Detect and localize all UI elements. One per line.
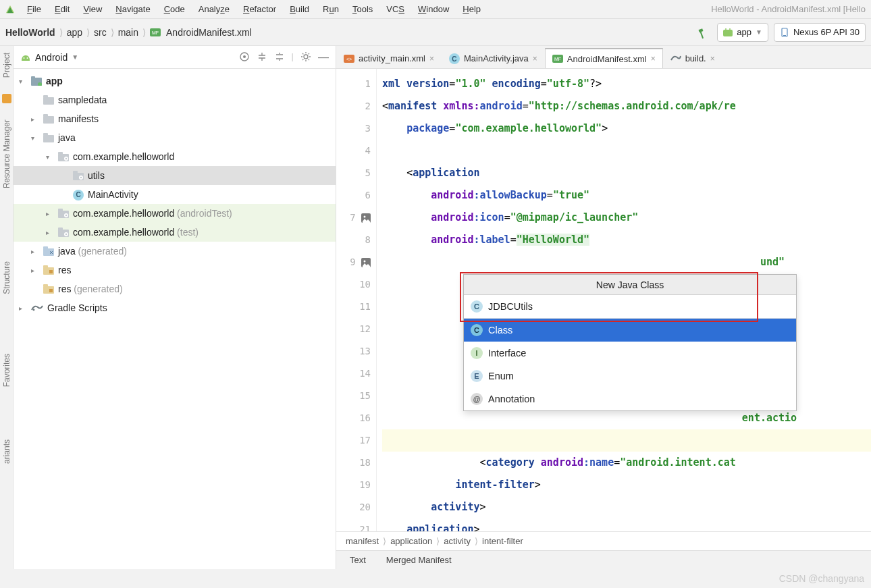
window-title: HelloWorld - AndroidManifest.xml [Hello bbox=[711, 4, 866, 14]
side-tab-structure[interactable]: Structure bbox=[2, 261, 11, 294]
menu-analyze[interactable]: Analyze bbox=[192, 4, 236, 14]
svg-rect-22 bbox=[43, 135, 54, 142]
tab-merged-manifest[interactable]: Merged Manifest bbox=[386, 555, 452, 565]
breadcrumb: HelloWorld ⟩ app ⟩ src ⟩ main ⟩ MF Andro… bbox=[5, 27, 252, 38]
tree-arrow-icon[interactable]: ▸ bbox=[31, 267, 39, 274]
menu-tools[interactable]: Tools bbox=[346, 4, 379, 14]
editor-tab[interactable]: MFAndroidManifest.xml× bbox=[545, 48, 663, 68]
crumb-activity[interactable]: activity bbox=[444, 536, 471, 546]
menu-navigate[interactable]: Navigate bbox=[109, 4, 157, 14]
tree-node[interactable]: ▸res bbox=[14, 261, 336, 279]
tree-arrow-icon[interactable]: ▸ bbox=[46, 210, 54, 217]
tree-icon bbox=[73, 171, 84, 180]
tree-arrow-icon[interactable]: ▾ bbox=[31, 134, 39, 142]
menu-edit[interactable]: Edit bbox=[48, 4, 76, 14]
tree-node[interactable]: ▸java (generated) bbox=[14, 242, 336, 261]
tree-node[interactable]: ▾com.example.helloworld bbox=[14, 147, 336, 166]
project-tree[interactable]: ▾appsampledata▸manifests▾java▾com.exampl… bbox=[14, 69, 336, 569]
tab-text[interactable]: Text bbox=[350, 555, 366, 565]
kind-option[interactable]: @Annotation bbox=[464, 387, 796, 410]
image-gutter-icon[interactable] bbox=[361, 258, 371, 267]
tab-icon: C bbox=[449, 53, 460, 64]
close-icon[interactable]: × bbox=[429, 54, 434, 63]
svg-point-31 bbox=[80, 177, 82, 179]
menu-build[interactable]: Build bbox=[283, 4, 316, 14]
side-tab-favorites[interactable]: Favorites bbox=[2, 354, 11, 387]
tree-node[interactable]: CMainActivity bbox=[14, 185, 336, 204]
tree-node[interactable]: res (generated) bbox=[14, 279, 336, 298]
breadcrumb-project[interactable]: HelloWorld bbox=[5, 27, 55, 38]
tab-icon: <> bbox=[344, 53, 354, 64]
menu-run[interactable]: Run bbox=[316, 4, 346, 14]
close-icon[interactable]: × bbox=[651, 54, 656, 63]
kind-option[interactable]: EEnum bbox=[464, 365, 796, 387]
tree-node[interactable]: ▾java bbox=[14, 128, 336, 147]
minimize-icon[interactable]: — bbox=[318, 51, 329, 63]
collapse-all-icon[interactable] bbox=[274, 51, 285, 63]
tree-node[interactable]: ▸com.example.helloworld (test) bbox=[14, 223, 336, 242]
menu-vcs[interactable]: VCS bbox=[379, 4, 411, 14]
editor-tabs: <>activity_main.xml×CMainActivity.java×M… bbox=[336, 46, 871, 69]
svg-rect-8 bbox=[783, 35, 786, 36]
tree-node[interactable]: ▸com.example.helloworld (androidTest) bbox=[14, 204, 336, 223]
tree-node[interactable]: ▸Gradle Scripts bbox=[14, 298, 336, 317]
side-tab-project[interactable]: Project bbox=[2, 53, 11, 78]
svg-text:<>: <> bbox=[346, 57, 352, 61]
caret-down-icon: ▼ bbox=[756, 28, 762, 36]
svg-point-35 bbox=[65, 215, 68, 217]
tree-arrow-icon[interactable]: ▸ bbox=[31, 115, 39, 123]
tree-arrow-icon[interactable]: ▾ bbox=[46, 153, 54, 161]
build-icon[interactable] bbox=[697, 25, 712, 40]
device-selector[interactable]: Nexus 6P API 30 bbox=[774, 23, 866, 42]
kind-icon: I bbox=[471, 347, 483, 359]
tree-icon bbox=[31, 303, 43, 313]
gear-icon[interactable] bbox=[300, 51, 311, 63]
tree-label: manifests bbox=[58, 113, 99, 124]
close-icon[interactable]: × bbox=[710, 54, 715, 63]
tree-node[interactable]: sampledata bbox=[14, 90, 336, 109]
menu-file[interactable]: File bbox=[20, 4, 48, 14]
editor-tab[interactable]: <>activity_main.xml× bbox=[336, 48, 442, 68]
tree-node[interactable]: ▾app bbox=[14, 72, 336, 90]
tree-label: java (generated) bbox=[58, 246, 127, 257]
editor-tab[interactable]: CMainActivity.java× bbox=[442, 48, 545, 68]
tree-arrow-icon[interactable]: ▸ bbox=[19, 304, 27, 312]
menu-help[interactable]: Help bbox=[456, 4, 487, 14]
run-config-selector[interactable]: app ▼ bbox=[717, 23, 768, 42]
breadcrumb-main[interactable]: main bbox=[118, 27, 138, 38]
target-icon[interactable] bbox=[239, 51, 250, 63]
project-view-select[interactable]: Android▼ bbox=[35, 52, 78, 63]
tree-label: res (generated) bbox=[58, 284, 123, 294]
tab-label: MainActivity.java bbox=[464, 53, 529, 63]
tab-label: AndroidManifest.xml bbox=[567, 54, 647, 64]
kind-option[interactable]: IInterface bbox=[464, 342, 796, 365]
menu-window[interactable]: Window bbox=[411, 4, 456, 14]
kind-icon: C bbox=[471, 324, 483, 336]
breadcrumb-src[interactable]: src bbox=[94, 27, 107, 38]
tree-node[interactable]: utils bbox=[14, 166, 336, 185]
crumb-application[interactable]: application bbox=[390, 536, 432, 546]
svg-rect-20 bbox=[43, 116, 54, 124]
tree-node[interactable]: ▸manifests bbox=[14, 109, 336, 128]
breadcrumb-module[interactable]: app bbox=[67, 27, 82, 38]
editor-tab[interactable]: build.× bbox=[663, 48, 722, 68]
side-tab-resource-manager[interactable]: Resource Manager bbox=[2, 119, 11, 188]
kind-option[interactable]: CClass bbox=[464, 319, 796, 342]
menu-code[interactable]: Code bbox=[157, 4, 192, 14]
image-gutter-icon[interactable] bbox=[361, 213, 371, 223]
crumb-manifest[interactable]: manifest bbox=[346, 536, 379, 546]
crumb-intent-filter[interactable]: intent-filter bbox=[482, 536, 523, 546]
class-name-input[interactable]: JDBCUtils bbox=[488, 301, 533, 312]
menu-refactor[interactable]: Refactor bbox=[236, 4, 283, 14]
tree-arrow-icon[interactable]: ▸ bbox=[46, 229, 54, 236]
tree-arrow-icon[interactable]: ▾ bbox=[19, 78, 27, 85]
side-tab-icon[interactable] bbox=[2, 94, 11, 103]
expand-all-icon[interactable] bbox=[257, 51, 267, 63]
close-icon[interactable]: × bbox=[533, 54, 537, 63]
tree-icon: C bbox=[73, 188, 84, 201]
android-icon bbox=[723, 28, 733, 37]
side-tab-variants[interactable]: ariants bbox=[2, 439, 11, 464]
tree-arrow-icon[interactable]: ▸ bbox=[31, 248, 39, 255]
breadcrumb-file[interactable]: AndroidManifest.xml bbox=[166, 27, 252, 38]
menu-view[interactable]: View bbox=[76, 4, 109, 14]
